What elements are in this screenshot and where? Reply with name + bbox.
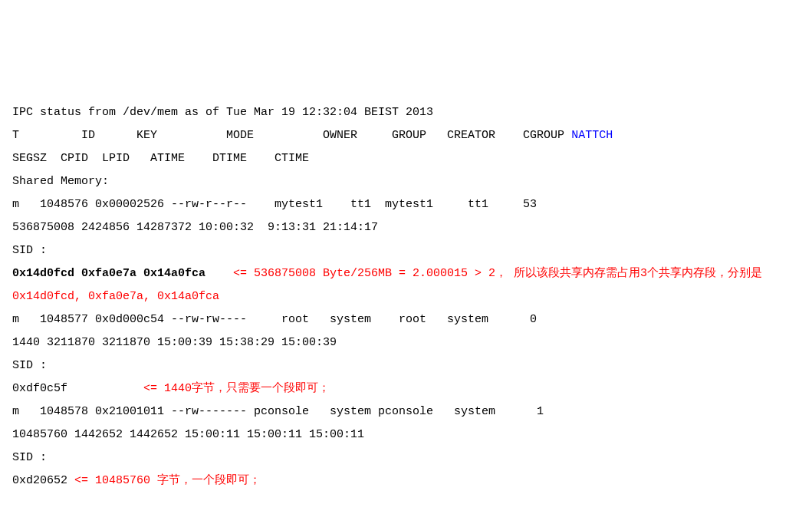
entry3-annotation: <= 10485760 字节，一个段即可；	[74, 474, 261, 487]
entry1-row1: m 1048576 0x00002526 --rw-r--r-- mytest1…	[12, 198, 537, 211]
entry3-row2: 10485760 1442652 1442652 15:00:11 15:00:…	[12, 428, 364, 441]
sid-label: SID :	[12, 359, 47, 372]
entry2-annotation: <= 1440字节，只需要一个段即可；	[143, 382, 330, 395]
entry2-row2: 1440 3211870 3211870 15:00:39 15:38:29 1…	[12, 336, 337, 349]
ipc-header: IPC status from /dev/mem as of Tue Mar 1…	[12, 106, 433, 119]
sid-label: SID :	[12, 244, 47, 257]
entry3-row1: m 1048578 0x21001011 --rw------- pconsol…	[12, 405, 544, 418]
entry2-row1: m 1048577 0x0d000c54 --rw-rw---- root sy…	[12, 313, 537, 326]
entry1-row2: 536875008 2424856 14287372 10:00:32 9:13…	[12, 221, 378, 234]
entry1-sids: 0x14d0fcd 0xfa0e7a 0x14a0fca	[12, 267, 233, 280]
sid-label: SID :	[12, 451, 47, 464]
nattch-label: NATTCH	[571, 129, 613, 142]
entry2-sid: 0xdf0c5f	[12, 382, 143, 395]
ipc-output: IPC status from /dev/mem as of Tue Mar 1…	[12, 101, 800, 493]
entry3-sid: 0xd20652	[12, 474, 74, 487]
shared-memory-header: Shared Memory:	[12, 175, 109, 188]
column-header-line2: SEGSZ CPID LPID ATIME DTIME CTIME	[12, 152, 309, 165]
column-header-part1: T ID KEY MODE OWNER GROUP CREATOR CGROUP	[12, 129, 571, 142]
